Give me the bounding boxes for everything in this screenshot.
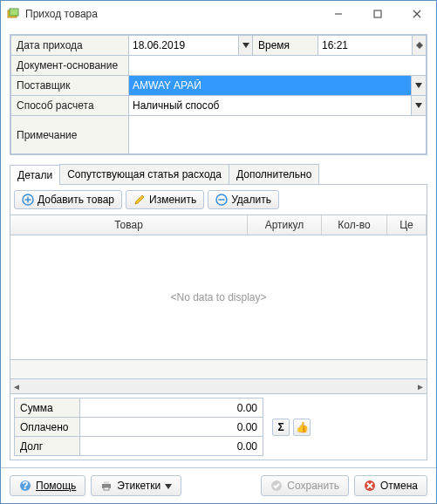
edit-label: Изменить: [149, 194, 196, 206]
cancel-label: Отмена: [380, 480, 418, 492]
cancel-icon: [364, 480, 376, 492]
minus-icon: [215, 194, 228, 206]
minimize-button[interactable]: [318, 1, 358, 27]
content-area: Дата прихода Время: [1, 27, 436, 467]
printer-icon: [100, 480, 113, 492]
svg-rect-14: [104, 481, 109, 484]
save-button[interactable]: Сохранить: [261, 475, 349, 496]
scroll-left-icon: ◄: [12, 382, 21, 392]
col-article[interactable]: Артикул: [248, 215, 322, 235]
help-button[interactable]: ? Помощь: [10, 475, 85, 496]
supplier-input[interactable]: [129, 76, 411, 95]
close-button[interactable]: [397, 1, 436, 27]
app-icon: [6, 7, 20, 21]
supplier-label: Поставщик: [11, 76, 129, 96]
tab-additional[interactable]: Дополнительно: [229, 164, 319, 184]
help-label: Помощь: [36, 480, 76, 492]
footer-bar: ? Помощь Этикетки Сохранить Отмена: [1, 467, 436, 503]
payment-method-label: Способ расчета: [11, 96, 129, 116]
data-grid: Товар Артикул Кол-во Це <No data to disp…: [10, 215, 427, 394]
payment-method-input[interactable]: [129, 96, 411, 115]
delete-button[interactable]: Удалить: [208, 190, 279, 209]
payment-method-dropdown-button[interactable]: [411, 96, 426, 115]
labels-button[interactable]: Этикетки: [91, 475, 181, 496]
grid-footer-strip: [10, 359, 427, 378]
chevron-down-icon: [165, 480, 172, 492]
window-title: Приход товара: [25, 8, 318, 20]
paid-label: Оплачено: [15, 418, 80, 437]
supplier-dropdown-button[interactable]: [411, 76, 426, 95]
time-input[interactable]: [318, 36, 412, 55]
doc-basis-label: Документ-основание: [11, 56, 129, 76]
note-textarea[interactable]: [131, 118, 424, 149]
labels-label: Этикетки: [117, 480, 160, 492]
cancel-button[interactable]: Отмена: [354, 475, 427, 496]
time-spinner[interactable]: [412, 36, 426, 55]
col-price[interactable]: Це: [387, 215, 427, 235]
titlebar: Приход товара: [1, 1, 436, 27]
thumbs-up-icon: 👍: [296, 421, 309, 433]
maximize-button[interactable]: [358, 1, 397, 27]
edit-button[interactable]: Изменить: [126, 190, 204, 209]
grid-empty-text: <No data to display>: [10, 235, 427, 359]
note-label: Примечание: [11, 116, 129, 154]
sum-label: Сумма: [15, 398, 80, 418]
check-icon: [270, 480, 283, 492]
delete-label: Удалить: [231, 194, 271, 206]
tab-strip: Детали Сопутствующая статья расхода Допо…: [10, 164, 427, 185]
help-icon: ?: [19, 480, 31, 492]
paid-value: 0.00: [80, 418, 263, 437]
svg-rect-3: [374, 10, 381, 17]
col-qty[interactable]: Кол-во: [322, 215, 387, 235]
add-product-label: Добавить товар: [38, 194, 114, 206]
summary-panel: Сумма 0.00 Оплачено 0.00 Σ 👍 Долг: [10, 394, 427, 460]
form-panel: Дата прихода Время: [10, 34, 427, 155]
grid-header: Товар Артикул Кол-во Це: [10, 215, 427, 235]
save-label: Сохранить: [287, 480, 339, 492]
app-window: Приход товара Дата прихода Время: [0, 0, 437, 504]
plus-icon: [22, 194, 34, 206]
svg-text:?: ?: [22, 480, 28, 492]
col-product[interactable]: Товар: [10, 215, 248, 235]
thumbs-up-button[interactable]: 👍: [293, 419, 311, 436]
date-dropdown-button[interactable]: [238, 36, 252, 55]
svg-rect-15: [104, 487, 109, 490]
date-label: Дата прихода: [11, 36, 129, 56]
date-input[interactable]: [129, 36, 238, 55]
pencil-icon: [133, 194, 146, 206]
debt-value: 0.00: [80, 437, 263, 456]
time-label: Время: [253, 36, 318, 56]
horizontal-scrollbar[interactable]: ◄ ►: [10, 378, 427, 393]
sum-value: 0.00: [80, 398, 263, 418]
tab-related-expense[interactable]: Сопутствующая статья расхода: [59, 164, 229, 184]
sigma-icon: Σ: [277, 421, 283, 433]
scroll-right-icon: ►: [416, 382, 425, 392]
svg-rect-1: [10, 9, 18, 16]
sigma-button[interactable]: Σ: [272, 419, 290, 436]
details-toolbar: Добавить товар Изменить Удалить: [10, 185, 427, 215]
tab-details[interactable]: Детали: [10, 165, 60, 185]
add-product-button[interactable]: Добавить товар: [14, 190, 122, 209]
doc-basis-input[interactable]: [129, 56, 426, 75]
debt-label: Долг: [15, 437, 80, 456]
